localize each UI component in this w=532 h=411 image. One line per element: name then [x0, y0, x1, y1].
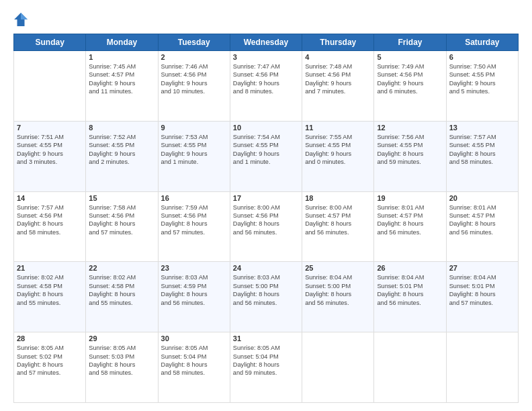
calendar-day-header: Tuesday — [158, 34, 230, 51]
calendar-week-row: 1Sunrise: 7:45 AMSunset: 4:57 PMDaylight… — [14, 51, 519, 122]
calendar-cell: 9Sunrise: 7:53 AMSunset: 4:55 PMDaylight… — [158, 121, 230, 191]
cell-info: Sunrise: 8:02 AMSunset: 4:58 PMDaylight:… — [17, 273, 83, 307]
logo-icon — [13, 12, 28, 27]
calendar-cell — [14, 51, 86, 122]
calendar-cell: 6Sunrise: 7:50 AMSunset: 4:55 PMDaylight… — [446, 51, 518, 122]
cell-info: Sunrise: 8:00 AMSunset: 4:57 PMDaylight:… — [305, 203, 371, 237]
calendar-cell: 7Sunrise: 7:51 AMSunset: 4:55 PMDaylight… — [14, 121, 86, 191]
calendar-table: SundayMondayTuesdayWednesdayThursdayFrid… — [13, 34, 519, 403]
calendar-cell: 16Sunrise: 7:59 AMSunset: 4:56 PMDayligh… — [158, 191, 230, 262]
day-number: 15 — [89, 194, 154, 202]
day-number: 14 — [17, 194, 83, 202]
day-number: 7 — [17, 124, 83, 132]
cell-info: Sunrise: 7:55 AMSunset: 4:55 PMDaylight:… — [305, 133, 371, 167]
calendar-cell: 20Sunrise: 8:01 AMSunset: 4:57 PMDayligh… — [446, 191, 518, 262]
day-number: 27 — [449, 264, 515, 272]
day-number: 2 — [161, 53, 227, 61]
day-number: 1 — [89, 53, 154, 61]
cell-info: Sunrise: 7:50 AMSunset: 4:55 PMDaylight:… — [449, 62, 515, 96]
cell-info: Sunrise: 8:05 AMSunset: 5:04 PMDaylight:… — [233, 344, 299, 377]
calendar-week-row: 28Sunrise: 8:05 AMSunset: 5:02 PMDayligh… — [14, 332, 519, 403]
calendar-day-header: Monday — [86, 34, 158, 51]
cell-info: Sunrise: 8:03 AMSunset: 5:00 PMDaylight:… — [233, 273, 299, 307]
cell-info: Sunrise: 8:05 AMSunset: 5:02 PMDaylight:… — [17, 344, 83, 377]
cell-info: Sunrise: 7:46 AMSunset: 4:56 PMDaylight:… — [161, 62, 227, 96]
calendar-cell — [374, 332, 446, 403]
day-number: 4 — [305, 53, 371, 61]
calendar-cell: 1Sunrise: 7:45 AMSunset: 4:57 PMDaylight… — [86, 51, 158, 122]
cell-info: Sunrise: 8:04 AMSunset: 5:01 PMDaylight:… — [449, 273, 515, 307]
day-number: 21 — [17, 264, 83, 272]
calendar-cell: 11Sunrise: 7:55 AMSunset: 4:55 PMDayligh… — [302, 121, 374, 191]
calendar-week-row: 7Sunrise: 7:51 AMSunset: 4:55 PMDaylight… — [14, 121, 519, 191]
page: SundayMondayTuesdayWednesdayThursdayFrid… — [0, 0, 532, 411]
cell-info: Sunrise: 7:59 AMSunset: 4:56 PMDaylight:… — [161, 203, 227, 237]
calendar-cell: 26Sunrise: 8:04 AMSunset: 5:01 PMDayligh… — [374, 262, 446, 332]
calendar-cell: 22Sunrise: 8:02 AMSunset: 4:58 PMDayligh… — [86, 262, 158, 332]
cell-info: Sunrise: 7:51 AMSunset: 4:55 PMDaylight:… — [17, 133, 83, 167]
calendar-cell: 25Sunrise: 8:04 AMSunset: 5:00 PMDayligh… — [302, 262, 374, 332]
cell-info: Sunrise: 8:04 AMSunset: 5:01 PMDaylight:… — [377, 273, 443, 307]
cell-info: Sunrise: 7:52 AMSunset: 4:55 PMDaylight:… — [89, 133, 154, 167]
calendar-cell: 4Sunrise: 7:48 AMSunset: 4:56 PMDaylight… — [302, 51, 374, 122]
day-number: 29 — [89, 334, 154, 342]
calendar-cell: 13Sunrise: 7:57 AMSunset: 4:55 PMDayligh… — [446, 121, 518, 191]
day-number: 25 — [305, 264, 371, 272]
day-number: 18 — [305, 194, 371, 202]
day-number: 8 — [89, 124, 154, 132]
day-number: 11 — [305, 124, 371, 132]
cell-info: Sunrise: 7:56 AMSunset: 4:55 PMDaylight:… — [377, 133, 443, 167]
day-number: 23 — [161, 264, 227, 272]
day-number: 13 — [449, 124, 515, 132]
day-number: 17 — [233, 194, 299, 202]
cell-info: Sunrise: 8:05 AMSunset: 5:04 PMDaylight:… — [161, 344, 227, 377]
calendar-cell: 17Sunrise: 8:00 AMSunset: 4:56 PMDayligh… — [230, 191, 302, 262]
cell-info: Sunrise: 7:54 AMSunset: 4:55 PMDaylight:… — [233, 133, 299, 167]
calendar-cell: 21Sunrise: 8:02 AMSunset: 4:58 PMDayligh… — [14, 262, 86, 332]
calendar-cell: 15Sunrise: 7:58 AMSunset: 4:56 PMDayligh… — [86, 191, 158, 262]
calendar-week-row: 21Sunrise: 8:02 AMSunset: 4:58 PMDayligh… — [14, 262, 519, 332]
day-number: 19 — [377, 194, 443, 202]
cell-info: Sunrise: 8:01 AMSunset: 4:57 PMDaylight:… — [449, 203, 515, 237]
day-number: 22 — [89, 264, 154, 272]
calendar-cell: 5Sunrise: 7:49 AMSunset: 4:56 PMDaylight… — [374, 51, 446, 122]
cell-info: Sunrise: 8:00 AMSunset: 4:56 PMDaylight:… — [233, 203, 299, 237]
cell-info: Sunrise: 8:05 AMSunset: 5:03 PMDaylight:… — [89, 344, 154, 377]
cell-info: Sunrise: 7:49 AMSunset: 4:56 PMDaylight:… — [377, 62, 443, 96]
cell-info: Sunrise: 7:58 AMSunset: 4:56 PMDaylight:… — [89, 203, 154, 237]
cell-info: Sunrise: 7:57 AMSunset: 4:55 PMDaylight:… — [449, 133, 515, 167]
logo — [13, 12, 31, 27]
cell-info: Sunrise: 7:47 AMSunset: 4:56 PMDaylight:… — [233, 62, 299, 96]
day-number: 31 — [233, 334, 299, 342]
calendar-cell: 23Sunrise: 8:03 AMSunset: 4:59 PMDayligh… — [158, 262, 230, 332]
day-number: 24 — [233, 264, 299, 272]
calendar-cell: 8Sunrise: 7:52 AMSunset: 4:55 PMDaylight… — [86, 121, 158, 191]
calendar-cell: 18Sunrise: 8:00 AMSunset: 4:57 PMDayligh… — [302, 191, 374, 262]
cell-info: Sunrise: 8:01 AMSunset: 4:57 PMDaylight:… — [377, 203, 443, 237]
calendar-cell: 12Sunrise: 7:56 AMSunset: 4:55 PMDayligh… — [374, 121, 446, 191]
calendar-cell: 27Sunrise: 8:04 AMSunset: 5:01 PMDayligh… — [446, 262, 518, 332]
calendar-cell: 3Sunrise: 7:47 AMSunset: 4:56 PMDaylight… — [230, 51, 302, 122]
calendar-cell: 19Sunrise: 8:01 AMSunset: 4:57 PMDayligh… — [374, 191, 446, 262]
day-number: 6 — [449, 53, 515, 61]
header — [13, 12, 519, 27]
calendar-day-header: Wednesday — [230, 34, 302, 51]
calendar-cell: 31Sunrise: 8:05 AMSunset: 5:04 PMDayligh… — [230, 332, 302, 403]
svg-marker-1 — [21, 13, 28, 19]
calendar-cell: 30Sunrise: 8:05 AMSunset: 5:04 PMDayligh… — [158, 332, 230, 403]
calendar-cell — [302, 332, 374, 403]
calendar-cell: 14Sunrise: 7:57 AMSunset: 4:56 PMDayligh… — [14, 191, 86, 262]
cell-info: Sunrise: 8:03 AMSunset: 4:59 PMDaylight:… — [161, 273, 227, 307]
day-number: 3 — [233, 53, 299, 61]
day-number: 16 — [161, 194, 227, 202]
day-number: 9 — [161, 124, 227, 132]
cell-info: Sunrise: 7:53 AMSunset: 4:55 PMDaylight:… — [161, 133, 227, 167]
calendar-day-header: Saturday — [446, 34, 518, 51]
calendar-cell: 28Sunrise: 8:05 AMSunset: 5:02 PMDayligh… — [14, 332, 86, 403]
calendar-cell: 29Sunrise: 8:05 AMSunset: 5:03 PMDayligh… — [86, 332, 158, 403]
calendar-day-header: Thursday — [302, 34, 374, 51]
day-number: 10 — [233, 124, 299, 132]
calendar-cell: 2Sunrise: 7:46 AMSunset: 4:56 PMDaylight… — [158, 51, 230, 122]
cell-info: Sunrise: 7:45 AMSunset: 4:57 PMDaylight:… — [89, 62, 154, 96]
cell-info: Sunrise: 7:48 AMSunset: 4:56 PMDaylight:… — [305, 62, 371, 96]
